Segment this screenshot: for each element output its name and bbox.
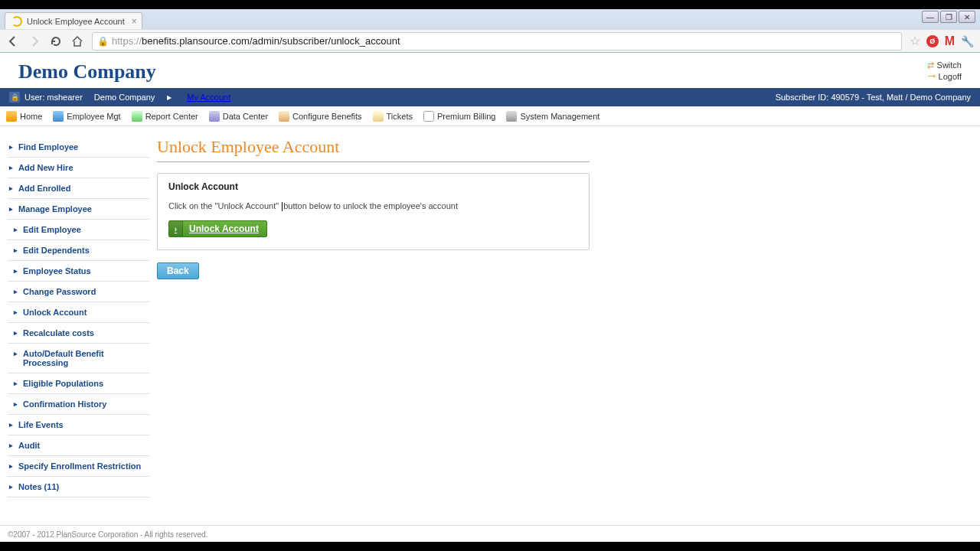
- user-lock-icon: 🔒: [9, 92, 20, 103]
- sidebar-item-audit[interactable]: Audit: [8, 435, 149, 456]
- sidebar-item-add-new-hire[interactable]: Add New Hire: [8, 158, 149, 178]
- sidebar-item-edit-dependents[interactable]: Edit Dependents: [8, 240, 149, 261]
- system-management-icon: [506, 111, 517, 122]
- window-restore-button[interactable]: ❐: [940, 11, 957, 23]
- letterbox-top: [0, 0, 980, 9]
- nav-premium-billing-label: Premium Billing: [437, 112, 495, 121]
- sidebar-item-confirmation-history[interactable]: Confirmation History: [8, 394, 149, 415]
- nav-forward-icon: [28, 34, 41, 48]
- subscriber-label: Subscriber ID: 490579 - Test, Matt / Dem…: [776, 93, 971, 102]
- tab-title: Unlock Employee Account: [27, 17, 125, 26]
- report-center-icon: [132, 111, 142, 122]
- nav-tickets[interactable]: Tickets: [373, 111, 413, 122]
- window-close-button[interactable]: ✕: [959, 11, 975, 23]
- top-navigation: Home Employee Mgt Report Center Data Cen…: [0, 106, 980, 126]
- page-footer: ©2007 - 2012 PlanSource Corporation - Al…: [0, 525, 980, 543]
- configure-benefits-icon: [279, 111, 289, 122]
- header-links: ⇄Switch ⭢Logoff: [927, 60, 962, 83]
- nav-premium-billing[interactable]: Premium Billing: [423, 111, 495, 122]
- my-account-link[interactable]: My Account: [187, 93, 230, 102]
- nav-system-management[interactable]: System Management: [506, 111, 599, 122]
- sidebar-item-life-events[interactable]: Life Events: [8, 415, 149, 435]
- premium-billing-icon: [423, 111, 434, 122]
- panel-title: Unlock Account: [168, 181, 578, 192]
- nav-report-center-label: Report Center: [145, 112, 198, 121]
- switch-link[interactable]: ⇄Switch: [927, 60, 962, 70]
- home-icon: [6, 111, 17, 122]
- sidebar-item-auto-default-benefit[interactable]: Auto/Default Benefit Processing: [8, 344, 149, 373]
- window-controls: — ❐ ✕: [922, 11, 975, 23]
- url-path: benefits.plansource.com/admin/subscriber…: [142, 35, 400, 47]
- adblock-icon[interactable]: Ø: [926, 35, 939, 47]
- sidebar-item-find-employee[interactable]: Find Employee: [8, 137, 149, 158]
- logoff-link-label: Logoff: [939, 72, 962, 81]
- sidebar-item-edit-employee[interactable]: Edit Employee: [8, 220, 149, 240]
- data-center-icon: [209, 111, 220, 122]
- sidebar-item-notes[interactable]: Notes (11): [8, 477, 149, 497]
- url-bar[interactable]: 🔒 https://benefits.plansource.com/admin/…: [92, 32, 902, 51]
- nav-back-icon[interactable]: [6, 34, 20, 48]
- nav-configure-benefits-label: Configure Benefits: [292, 112, 362, 121]
- nav-data-center-label: Data Center: [223, 112, 268, 121]
- window-minimize-button[interactable]: —: [922, 11, 939, 23]
- back-button[interactable]: Back: [157, 262, 199, 279]
- sidebar-item-specify-enrollment-restriction[interactable]: Specify Enrollment Restriction: [8, 456, 149, 477]
- url-scheme: https://: [112, 35, 142, 47]
- nav-reload-icon[interactable]: [49, 34, 63, 48]
- nav-employee-mgt-label: Employee Mgt: [67, 112, 120, 121]
- tab-favicon: [11, 16, 22, 27]
- company-title: Demo Company: [18, 60, 156, 83]
- nav-configure-benefits[interactable]: Configure Benefits: [279, 111, 362, 122]
- panel-instruction: Click on the "Unlock Account" button bel…: [168, 201, 578, 211]
- employee-mgt-icon: [53, 111, 64, 122]
- page-title: Unlock Employee Account: [157, 137, 590, 162]
- nav-employee-mgt[interactable]: Employee Mgt: [53, 111, 120, 122]
- instruction-part-a: Click on the "Unlock Account": [168, 201, 281, 210]
- sidebar: Find Employee Add New Hire Add Enrolled …: [8, 137, 149, 497]
- user-info-band: 🔒 User: mshearer Demo Company ▶ My Accou…: [0, 88, 980, 106]
- nav-home-label: Home: [20, 112, 42, 121]
- sidebar-item-add-enrolled[interactable]: Add Enrolled: [8, 178, 149, 199]
- logoff-link[interactable]: ⭢Logoff: [927, 72, 962, 81]
- browser-toolbar: 🔒 https://benefits.plansource.com/admin/…: [0, 29, 980, 52]
- tab-close-icon[interactable]: ×: [132, 16, 137, 27]
- sidebar-item-recalculate-costs[interactable]: Recalculate costs: [8, 323, 149, 344]
- user-label: User: mshearer: [24, 93, 83, 102]
- unlock-account-button-label: Unlock Account: [189, 223, 259, 234]
- org-label: Demo Company: [94, 93, 155, 102]
- bookmark-star-icon[interactable]: ☆: [910, 34, 920, 48]
- sidebar-item-eligible-populations[interactable]: Eligible Populations: [8, 373, 149, 394]
- tab-strip: Unlock Employee Account × — ❐ ✕: [0, 9, 980, 29]
- nav-home[interactable]: Home: [6, 111, 42, 122]
- nav-home-icon[interactable]: [70, 34, 84, 48]
- chevron-right-icon: ›: [169, 221, 183, 236]
- lock-icon: 🔒: [97, 36, 109, 47]
- tickets-icon: [373, 111, 384, 122]
- unlock-account-button[interactable]: › Unlock Account: [168, 220, 267, 237]
- page-body: Demo Company ⇄Switch ⭢Logoff 🔒 User: msh…: [0, 53, 980, 543]
- nav-report-center[interactable]: Report Center: [132, 111, 198, 122]
- gmail-icon[interactable]: M: [945, 34, 955, 48]
- sidebar-item-unlock-account[interactable]: Unlock Account: [8, 302, 149, 323]
- nav-tickets-label: Tickets: [387, 112, 413, 121]
- settings-wrench-icon[interactable]: 🔧: [961, 35, 974, 47]
- chevron-right-icon: ▶: [167, 94, 172, 101]
- nav-data-center[interactable]: Data Center: [209, 111, 268, 122]
- unlock-account-panel: Unlock Account Click on the "Unlock Acco…: [157, 173, 590, 250]
- sidebar-item-employee-status[interactable]: Employee Status: [8, 261, 149, 282]
- sidebar-item-manage-employee[interactable]: Manage Employee: [8, 199, 149, 220]
- letterbox-bottom: [0, 542, 980, 543]
- switch-link-label: Switch: [937, 60, 962, 70]
- sidebar-item-change-password[interactable]: Change Password: [8, 282, 149, 302]
- main-content: Unlock Employee Account Unlock Account C…: [157, 137, 590, 497]
- switch-arrow-icon: ⇄: [927, 60, 934, 70]
- browser-chrome: Unlock Employee Account × — ❐ ✕ 🔒 https:…: [0, 9, 980, 53]
- instruction-part-b: button below to unlock the employee's ac…: [283, 201, 458, 210]
- browser-tab[interactable]: Unlock Employee Account ×: [5, 12, 142, 29]
- logoff-arrow-icon: ⭢: [927, 72, 936, 81]
- nav-system-management-label: System Management: [520, 112, 599, 121]
